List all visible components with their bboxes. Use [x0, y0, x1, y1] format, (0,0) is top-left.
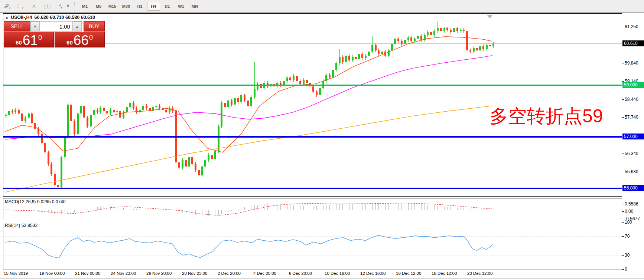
text-label-icon[interactable]: T: [42, 1, 53, 11]
bid-prefix: 60: [16, 40, 22, 45]
one-click-trade-panel: SELL ▼ ▲ BUY 60 61 0 60 66 0: [4, 21, 105, 47]
time-label: 21 Nov 00:00: [75, 271, 100, 276]
volume-input[interactable]: [40, 22, 72, 31]
time-label: 19 Nov 00:00: [39, 271, 65, 276]
ohlc-values: 60.620 60.710 60.580 60.610: [35, 15, 95, 20]
time-label: 20 Dec 12:00: [467, 271, 492, 276]
trading-terminal: E F A T ▼ M1M5M15M30H1H4D1W1MN MACD(12,2…: [0, 0, 644, 280]
ask-price-box[interactable]: 60 66 0: [55, 32, 105, 47]
price-tick-61.250: 61.250: [625, 24, 638, 29]
time-label: 26 Nov 20:00: [146, 271, 172, 276]
time-label: 4 Dec 20:00: [253, 271, 276, 276]
timeframe-d1[interactable]: D1: [161, 2, 174, 11]
svg-text:F: F: [22, 7, 24, 9]
timeframe-m5[interactable]: M5: [92, 2, 105, 11]
toolbar: E F A T ▼ M1M5M15M30H1H4D1W1MN: [0, 0, 644, 13]
dropdown-caret-icon[interactable]: ▼: [66, 4, 70, 8]
bid-main: 61: [23, 34, 38, 46]
rsi-tick-100: 100: [625, 220, 632, 225]
macd-tick-0.5586: 0.5586: [625, 201, 638, 207]
time-label: 15 Nov 2019: [4, 271, 28, 276]
rsi-tick-30: 30: [625, 253, 630, 258]
price-tick-59.840: 59.840: [625, 60, 638, 66]
rsi-tick-70: 70: [625, 234, 630, 239]
svg-text:T: T: [46, 4, 48, 9]
rsi-label: RSI(14) 53.8532: [5, 223, 38, 228]
scroll-marker-icon[interactable]: [487, 15, 493, 19]
svg-text:A: A: [32, 4, 36, 9]
volume-control: ▼ ▲: [30, 21, 82, 32]
time-label: 10 Dec 16:00: [325, 271, 350, 276]
sell-button[interactable]: SELL: [4, 21, 30, 32]
time-label: 16 Dec 12:00: [396, 271, 421, 276]
window-bottom-edge: [0, 278, 644, 279]
time-label: 2 Dec 20:00: [218, 271, 241, 276]
svg-text:E: E: [9, 7, 11, 9]
chart-title: ▲ USOil-,H4 60.620 60.710 60.580 60.610: [5, 15, 95, 20]
price-tick-56.340: 56.340: [625, 151, 638, 156]
collapse-triangle-icon[interactable]: ▲: [5, 16, 9, 19]
price-box-59.000: 59.000: [622, 82, 644, 88]
timeframe-m1[interactable]: M1: [78, 2, 91, 11]
timeframe-m15[interactable]: M15: [106, 2, 119, 11]
text-a-icon[interactable]: A: [28, 1, 40, 11]
time-label: 12 Dec 16:00: [360, 271, 386, 276]
ask-prefix: 60: [66, 40, 73, 45]
price-box-55.000: 55.000: [622, 185, 644, 191]
macd-label: MACD(12,26,9) 0.0265 0.0740: [5, 199, 65, 204]
price-tick-58.440: 58.440: [625, 97, 638, 102]
timeframe-mn[interactable]: MN: [188, 2, 201, 11]
ask-sup: 0: [89, 34, 93, 41]
volume-decrease-button[interactable]: ▼: [30, 22, 40, 31]
timeframe-h1[interactable]: H1: [133, 2, 146, 11]
symbol-timeframe: USOil-,H4: [11, 15, 32, 20]
rsi-panel[interactable]: RSI(14) 53.8532: [3, 222, 622, 270]
window-left-edge: [1, 13, 1, 279]
ask-main: 66: [74, 34, 89, 46]
macd-tick-0.00: 0.00: [625, 209, 633, 214]
time-label: 6 Dec 20:00: [289, 271, 312, 276]
time-label: 24 Nov 23:00: [111, 271, 136, 276]
bid-sup: 0: [38, 34, 42, 41]
price-axis[interactable]: 61.25059.84059.14058.44057.74056.34055.6…: [622, 13, 644, 277]
indicators-icon[interactable]: E: [1, 1, 13, 11]
timeframe-buttons: M1M5M15M30H1H4D1W1MN: [78, 2, 202, 11]
grid-icon[interactable]: F: [15, 1, 27, 11]
timeframe-m30[interactable]: M30: [120, 2, 133, 11]
bid-price-box[interactable]: 60 61 0: [4, 32, 54, 47]
toolbar-separator: [74, 2, 75, 10]
arrow-tools-icon[interactable]: [55, 1, 67, 11]
time-label: 28 Nov 23:00: [182, 271, 207, 276]
time-axis[interactable]: 15 Nov 201919 Nov 00:0021 Nov 00:0024 No…: [3, 271, 622, 278]
timeframe-h4[interactable]: H4: [147, 2, 160, 11]
rsi-tick-0: 0: [625, 267, 627, 272]
price-box-57.000: 57.000: [622, 134, 644, 139]
time-label: 18 Dec 12:00: [432, 271, 457, 276]
chart-annotation-text: 多空转折点59: [489, 104, 603, 129]
macd-panel[interactable]: MACD(12,26,9) 0.0265 0.0740: [3, 198, 622, 220]
price-tick-55.630: 55.630: [625, 169, 638, 174]
price-tick-57.740: 57.740: [625, 115, 638, 120]
buy-button[interactable]: BUY: [84, 21, 105, 32]
price-box-60.610: 60.610: [622, 40, 644, 46]
timeframe-w1[interactable]: W1: [175, 2, 188, 11]
volume-increase-button[interactable]: ▲: [72, 22, 82, 31]
